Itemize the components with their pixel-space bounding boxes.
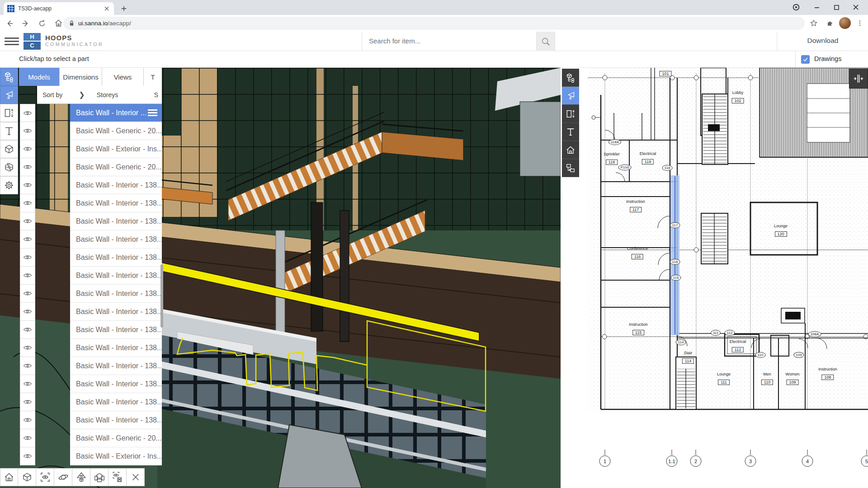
search-input[interactable] [369, 37, 532, 45]
visibility-eye-toggle[interactable] [20, 393, 35, 411]
tab-types-truncated[interactable]: T [144, 68, 162, 86]
visibility-eye-toggle[interactable] [20, 176, 35, 194]
tab-close-icon[interactable] [103, 5, 110, 12]
visibility-eye-toggle[interactable] [20, 321, 35, 339]
drawing-toolbar [562, 69, 579, 177]
browser-tab[interactable]: TS3D-aecapp [4, 2, 114, 15]
visibility-eye-toggle[interactable] [20, 104, 35, 122]
home-view-button[interactable] [0, 468, 18, 486]
visibility-eye-toggle[interactable] [20, 285, 35, 303]
visibility-eye-toggle[interactable] [20, 158, 35, 176]
back-button[interactable] [3, 17, 16, 30]
drawing-measure-tool[interactable] [562, 105, 579, 123]
visibility-eye-toggle[interactable] [20, 357, 35, 375]
model-list-item[interactable]: Basic Wall - Generic - 20... [70, 122, 162, 140]
window-close-button[interactable] [850, 2, 862, 13]
viewer-bottom-toolbar [0, 468, 145, 486]
model-list-item[interactable]: Basic Wall - Generic - 20... [70, 158, 162, 176]
refresh-button[interactable] [35, 17, 49, 30]
drawing-select-tool[interactable] [562, 87, 579, 105]
forward-button[interactable] [19, 17, 33, 30]
drawing-sheets-tool[interactable] [562, 159, 579, 177]
sheets-icon [566, 163, 576, 173]
maximize-icon [834, 5, 840, 10]
eye-column [20, 104, 35, 465]
visibility-eye-toggle[interactable] [20, 249, 35, 267]
visibility-eye-toggle[interactable] [20, 194, 35, 212]
address-bar[interactable]: ui.sanna.io/aecapp/ [63, 17, 805, 30]
visibility-eye-toggle[interactable] [20, 339, 35, 357]
visibility-eye-toggle[interactable] [20, 230, 35, 249]
sort-by-row[interactable]: Sort by ❯ Storeys S [37, 86, 162, 104]
model-list-item[interactable]: Basic Wall - Interior - 138... [70, 411, 162, 429]
model-list-item[interactable]: Basic Wall - Exterior - Ins... [70, 447, 162, 465]
drawing-panel[interactable]: 101 Lobby102 Sprinkler118 Electrical119 … [561, 68, 868, 488]
model-list-item[interactable]: Basic Wall - Interior - 138... [70, 303, 162, 321]
model-list-item[interactable]: Basic Wall - Generic - 20... [70, 429, 162, 447]
isolate-cube-tool[interactable] [0, 140, 18, 158]
model-list-item[interactable]: Basic Wall - Interior - 138... [70, 339, 162, 357]
visibility-eye-toggle[interactable] [20, 429, 35, 447]
select-tool[interactable] [0, 86, 18, 104]
bookmark-star-button[interactable] [807, 17, 820, 29]
row-menu-icon[interactable] [148, 108, 157, 118]
close-toolbar-button[interactable] [127, 468, 145, 486]
drawing-home-tool[interactable] [562, 141, 579, 159]
model-tree-tool[interactable] [0, 68, 18, 86]
model-list-item[interactable]: Basic Wall - Interior - 138... [70, 267, 162, 285]
visibility-eye-toggle[interactable] [20, 375, 35, 393]
visibility-eye-toggle[interactable] [20, 447, 35, 465]
download-button[interactable]: Download [784, 37, 861, 45]
model-list-item[interactable]: Basic Wall - Interior - 138... [70, 357, 162, 375]
explode-button[interactable] [90, 468, 108, 486]
new-tab-button[interactable] [118, 4, 129, 14]
visibility-eye-toggle[interactable] [20, 122, 35, 140]
visibility-eye-toggle[interactable] [20, 303, 35, 321]
avatar[interactable] [839, 17, 851, 29]
model-list-item[interactable]: Basic Wall - Interior - 138... [70, 393, 162, 411]
fit-view-button[interactable] [36, 468, 54, 486]
drawing-text-tool[interactable] [562, 123, 579, 141]
drawing-model-tree-tool[interactable] [562, 69, 579, 87]
model-list-item[interactable]: Basic Wall - Interior - 138... [70, 285, 162, 303]
model-list-item[interactable]: Basic Wall - Exterior - Ins... [70, 140, 162, 158]
model-list-item[interactable]: Basic Wall - Interior - 138... [70, 249, 162, 267]
visibility-eye-toggle[interactable] [20, 212, 35, 230]
tab-models[interactable]: Models [19, 68, 60, 86]
camera-view-button[interactable] [72, 468, 90, 486]
extensions-button[interactable] [824, 17, 836, 29]
model-list-item[interactable]: Basic Wall - Interior ... [70, 104, 162, 122]
snapshot-button[interactable] [108, 468, 127, 486]
kebab-menu-icon [856, 19, 863, 27]
visibility-eye-toggle[interactable] [20, 411, 35, 429]
model-list-item[interactable]: Basic Wall - Interior - 138... [70, 375, 162, 393]
list-scrollbar[interactable] [160, 264, 163, 328]
visibility-eye-toggle[interactable] [20, 140, 35, 158]
browser-menu-button[interactable] [854, 17, 866, 29]
model-list-item[interactable]: Basic Wall - Interior - 138... [70, 212, 162, 230]
section-plane-tool[interactable] [0, 158, 18, 176]
sort-by-value: Storeys [97, 91, 118, 99]
model-list-item[interactable]: Basic Wall - Interior - 138... [70, 194, 162, 212]
visibility-eye-toggle[interactable] [20, 267, 35, 285]
measure-tool[interactable] [0, 104, 18, 122]
chevron-right-icon: ❯ [79, 90, 85, 99]
orbit-button[interactable] [54, 468, 72, 486]
model-list-item-label: Basic Wall - Interior - 138... [76, 398, 162, 406]
main-menu-button[interactable] [5, 36, 19, 47]
panel-splitter-handle[interactable] [849, 69, 868, 89]
media-control-button[interactable] [790, 2, 802, 13]
window-minimize-button[interactable] [811, 2, 823, 13]
search-button[interactable] [536, 32, 555, 51]
tab-dimensions[interactable]: Dimensions [60, 68, 102, 86]
model-list-item[interactable]: Basic Wall - Interior - 138... [70, 230, 162, 249]
text-markup-tool[interactable] [0, 122, 18, 140]
drawings-checkbox[interactable] [801, 55, 810, 64]
window-maximize-button[interactable] [830, 2, 842, 13]
tab-views[interactable]: Views [102, 68, 144, 86]
brand-name: HOOPS [45, 34, 72, 42]
model-list-item[interactable]: Basic Wall - Interior - 138... [70, 321, 162, 339]
settings-tool[interactable] [0, 176, 18, 194]
model-list-item[interactable]: Basic Wall - Interior - 138... [70, 176, 162, 194]
cube-view-button[interactable] [18, 468, 36, 486]
